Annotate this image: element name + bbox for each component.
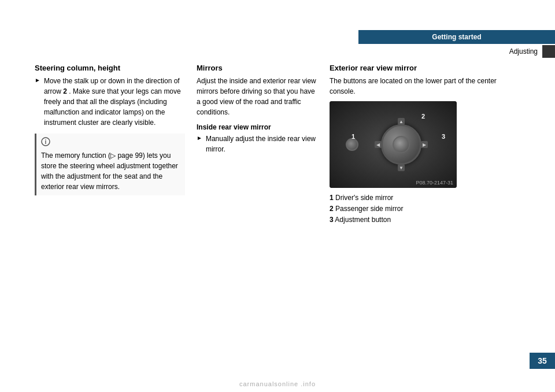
watermark: carmanualsonline .info <box>239 380 316 387</box>
img-label-3: 3 <box>442 133 445 140</box>
caption-text-2-val: Passenger side mirror <box>335 205 403 213</box>
inside-mirror-bullet-text: Manually adjust the inside rear view mir… <box>206 134 318 154</box>
bullet-arrow-1: ► <box>35 77 40 128</box>
bullet-arrow-2: ► <box>197 135 202 154</box>
header-bar: Getting started Adjusting <box>278 30 555 58</box>
bullet-bold-2: 2 <box>63 87 67 95</box>
inside-mirror-bullet-row: ► Manually adjust the inside rear view m… <box>197 134 318 154</box>
caption-item-3: 3 Adjustment button <box>330 215 520 225</box>
caption-num-3: 3 <box>330 216 334 224</box>
caption-item-1: 1 Driver's side mirror <box>330 193 520 204</box>
caption-item-2: 2 Passenger side mirror <box>330 204 520 215</box>
caption-num-2: 2 <box>330 205 334 213</box>
col-middle: Mirrors Adjust the inside and exterior r… <box>197 64 330 357</box>
bullet-text-1: Move the stalk up or down in the directi… <box>44 76 185 128</box>
img-label-2: 2 <box>421 113 425 120</box>
control-panel: ▲ ▼ ◀ ▶ 1 <box>330 101 457 188</box>
adjusting-row: Adjusting <box>358 45 555 58</box>
svg-text:i: i <box>45 139 47 145</box>
mirrors-title: Mirrors <box>197 64 318 72</box>
exterior-mirror-title: Exterior rear view mirror <box>330 64 520 72</box>
info-text: The memory function (▷ page 99) lets you… <box>41 150 180 192</box>
image-ref: P08.70-2147-31 <box>416 180 453 186</box>
col-right: Exterior rear view mirror The buttons ar… <box>330 64 520 357</box>
inside-mirror-title: Inside rear view mirror <box>197 123 318 131</box>
col-left: Steering column, height ► Move the stalk… <box>35 64 197 357</box>
mirrors-intro: Adjust the inside and exterior rear view… <box>197 76 318 117</box>
steering-column-title: Steering column, height <box>35 64 185 72</box>
caption-text-3-val: Adjustment button <box>335 216 391 224</box>
bullet-row-1: ► Move the stalk up or down in the direc… <box>35 76 185 128</box>
adjusting-label: Adjusting <box>509 47 538 56</box>
dial-outer: ▲ ▼ ◀ ▶ <box>381 124 421 165</box>
caption-text-1-val: Driver's side mirror <box>335 194 393 202</box>
main-content: Steering column, height ► Move the stalk… <box>0 64 555 357</box>
adjusting-block <box>542 45 555 58</box>
info-box: i The memory function (▷ page 99) lets y… <box>35 134 185 195</box>
caption-num-1: 1 <box>330 194 334 202</box>
info-icon: i <box>41 137 180 148</box>
getting-started-tab: Getting started <box>358 30 555 44</box>
dial-inner <box>393 136 410 153</box>
caption-list: 1 Driver's side mirror 2 Passenger side … <box>330 193 520 226</box>
mirror-control-image: ▲ ▼ ◀ ▶ 1 <box>330 101 457 188</box>
exterior-mirror-intro: The buttons are located on the lower par… <box>330 76 520 97</box>
img-label-1: 1 <box>352 133 355 140</box>
